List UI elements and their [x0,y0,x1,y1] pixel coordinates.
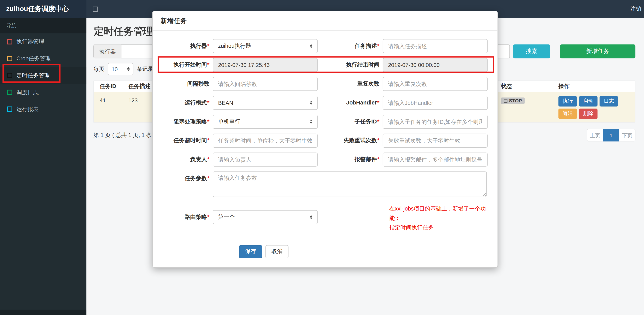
modal-divider [160,239,490,239]
timeout-label: 任务超时时间* [161,137,210,144]
add-task-button[interactable]: 新增任务 [560,45,635,59]
pagination: 上页 1 下页 [587,129,635,141]
cancel-button[interactable]: 取消 [265,245,288,258]
interval-input[interactable] [213,77,318,91]
app-root: zuihou任务调度中心 注销 导航 执行器管理 Cron任务管理 定时任务管理… [0,0,644,315]
save-button[interactable]: 保存 [239,245,262,258]
sidebar-item-dispatch-log[interactable]: 调度日志 [0,84,86,101]
feature-note: 在xxl-jobs项目的基础上，新增了一个功能： 指定时间执行任务 [389,202,489,232]
repeat-count-label: 重复次数 [318,81,380,87]
square-icon [7,106,12,112]
jobhandler-label: JobHandler* [318,99,380,106]
per-page-value: 10 [112,66,118,72]
square-icon [7,73,12,78]
sidebar-item-timed-task-manage[interactable]: 定时任务管理 [0,67,86,84]
feature-note-line2: 指定时间执行任务 [389,223,489,232]
col-header-actions: 操作 [558,82,629,90]
add-task-modal: 新增任务 执行器* zuihou执行器 任务描述* 执行开始时间* 执行结束时间… [152,11,498,268]
alarm-email-label: 报警邮件* [318,156,380,163]
start-time-input[interactable] [213,58,318,72]
cell-actions: 执行 启动 日志 编辑 删除 [558,98,629,119]
route-strategy-label: 路由策略* [161,214,210,220]
child-job-id-label: 子任务ID* [318,118,380,125]
block-strategy-label: 阻塞处理策略* [161,118,210,125]
square-icon [7,90,12,95]
cell-status: STOP [501,98,558,104]
square-icon [7,39,12,45]
sidebar-nav-header: 导航 [0,18,86,34]
sidebar-item-executor-manage[interactable]: 执行器管理 [0,33,86,50]
owner-label: 负责人* [161,156,210,163]
select-arrows-icon [310,101,312,105]
brand-logo: zuihou任务调度中心 [0,0,86,18]
repeat-count-input[interactable] [383,77,488,91]
status-badge: STOP [501,98,525,104]
executor-filter-label: 执行器 [94,45,121,59]
stop-square-icon [504,99,507,103]
job-param-textarea[interactable] [213,171,487,197]
col-header-job-id: 任务ID [100,82,128,90]
block-strategy-select[interactable]: 单机串行 [213,115,318,129]
sidebar-item-label: Cron任务管理 [16,55,51,62]
retry-count-label: 失败重试次数* [318,137,380,144]
timeout-input[interactable] [213,134,318,148]
job-param-label: 任务参数* [161,171,210,182]
route-strategy-select[interactable]: 第一个 [213,210,318,224]
sidebar-item-run-report[interactable]: 运行报表 [0,101,86,118]
sidebar-item-cron-task-manage[interactable]: Cron任务管理 [0,50,86,67]
status-text: STOP [509,98,522,103]
modal-footer: 保存 取消 [161,245,367,258]
end-time-input[interactable] [383,58,488,72]
run-mode-label: 运行模式* [161,99,210,106]
sidebar-toggle-icon[interactable] [93,7,98,12]
delete-button[interactable]: 删除 [579,109,598,119]
per-page-prefix: 每页 [94,65,104,73]
feature-note-line1: 在xxl-jobs项目的基础上，新增了一个功能： [389,204,489,223]
sidebar-item-label: 执行器管理 [16,38,44,46]
executor-label: 执行器* [161,43,210,49]
retry-count-input[interactable] [383,134,488,148]
end-time-label: 执行结束时间 [318,62,380,68]
child-job-id-input[interactable] [383,115,488,129]
start-button[interactable]: 启动 [579,96,598,106]
select-arrows-icon [310,215,312,219]
cell-job-id: 41 [100,98,128,104]
alarm-email-input[interactable] [383,152,488,166]
search-button[interactable]: 搜索 [513,45,550,59]
sidebar-footer [0,309,86,315]
sidebar-item-label: 调度日志 [16,89,39,96]
sidebar-item-label: 运行报表 [16,105,39,113]
next-page-button[interactable]: 下页 [619,129,635,141]
select-arrows-icon [310,44,312,48]
run-mode-select[interactable]: BEAN [213,96,318,110]
prev-page-button[interactable]: 上页 [587,129,603,141]
edit-button[interactable]: 编辑 [558,109,577,119]
square-icon [7,56,12,61]
job-desc-label: 任务描述* [318,43,380,49]
job-desc-input[interactable] [383,39,488,53]
interval-label: 间隔秒数 [161,81,210,87]
select-arrows-icon [310,120,312,124]
executor-select[interactable]: zuihou执行器 [213,39,318,53]
per-page-select[interactable]: 10 [108,63,133,75]
log-button[interactable]: 日志 [600,96,618,106]
jobhandler-input[interactable] [383,96,488,110]
owner-input[interactable] [213,152,318,166]
sidebar-item-label: 定时任务管理 [16,72,50,79]
col-header-status: 状态 [501,82,558,90]
start-time-label: 执行开始时间* [161,62,210,68]
trigger-button[interactable]: 执行 [558,96,577,106]
modal-title: 新增任务 [152,11,498,31]
sidebar: 导航 执行器管理 Cron任务管理 定时任务管理 调度日志 运行报表 [0,18,86,315]
logout-link[interactable]: 注销 [630,6,644,13]
per-page-suffix: 条记录 [136,65,153,73]
page-1-button[interactable]: 1 [603,129,619,141]
select-arrows-icon [127,67,130,71]
